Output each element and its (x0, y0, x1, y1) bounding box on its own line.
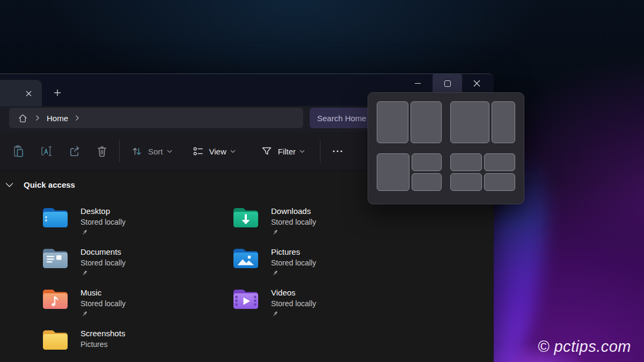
view-label: View (209, 147, 226, 156)
item-title: Pictures (271, 247, 316, 257)
item-subtitle: Stored locally (271, 299, 316, 308)
quick-access-item-videos[interactable]: Videos Stored locally (232, 287, 423, 328)
documents-folder-icon (42, 247, 70, 271)
quick-access-item-pictures[interactable]: Pictures Stored locally (232, 246, 423, 287)
plain-folder-icon (42, 329, 70, 352)
close-icon (473, 80, 480, 87)
quick-access-item-music[interactable]: Music Stored locally (42, 287, 232, 328)
paste-icon (11, 144, 25, 158)
snap-option-quad-grid[interactable] (450, 153, 515, 191)
share-icon (67, 144, 81, 158)
snap-option-two-columns-left-wide[interactable] (450, 101, 515, 143)
item-subtitle: Pictures (80, 339, 125, 349)
snap-zone[interactable] (484, 173, 516, 191)
minimize-button[interactable] (403, 74, 433, 93)
breadcrumb-chevron-icon[interactable] (75, 115, 79, 121)
filter-icon (260, 145, 273, 158)
pin-icon (272, 311, 279, 317)
item-subtitle: Stored locally (80, 299, 126, 308)
delete-icon (95, 144, 109, 158)
breadcrumb-home[interactable]: Home (47, 114, 68, 123)
tab-close-button[interactable] (22, 87, 35, 100)
section-title: Quick access (24, 180, 75, 189)
caption-buttons (403, 74, 492, 93)
pin-icon (81, 270, 88, 277)
snap-zone[interactable] (377, 101, 408, 143)
item-subtitle: Stored locally (271, 217, 316, 227)
breadcrumb-chevron-icon[interactable] (35, 115, 40, 121)
snap-zone[interactable] (484, 153, 516, 171)
collapse-chevron-icon[interactable] (5, 182, 13, 188)
home-icon (17, 113, 28, 124)
snap-option-two-columns-equal[interactable] (377, 101, 442, 143)
chevron-down-icon (230, 150, 236, 153)
snap-zone[interactable] (450, 101, 489, 143)
close-button[interactable] (462, 74, 492, 93)
paste-button[interactable] (6, 141, 30, 162)
watermark: © pctips.com (538, 338, 631, 356)
item-subtitle: Stored locally (271, 258, 316, 268)
quick-access-item-screenshots[interactable]: Screenshots Pictures (42, 328, 232, 362)
item-title: Desktop (80, 206, 126, 216)
rename-button[interactable] (34, 141, 58, 162)
quick-access-item-documents[interactable]: Documents Stored locally (42, 246, 232, 287)
item-title: Documents (80, 247, 126, 257)
pin-icon (81, 229, 88, 236)
sort-label: Sort (148, 147, 163, 156)
toolbar-separator (320, 140, 320, 162)
item-subtitle: Stored locally (80, 258, 126, 268)
quick-access-item-desktop[interactable]: Desktop Stored locally (42, 205, 232, 246)
minimize-icon (415, 83, 421, 84)
item-title: Music (80, 287, 126, 298)
item-title: Screenshots (80, 328, 125, 338)
see-more-button[interactable] (326, 141, 349, 162)
item-title: Downloads (271, 206, 316, 216)
chevron-down-icon (167, 150, 172, 153)
snap-zone[interactable] (450, 153, 482, 171)
toolbar-separator (119, 140, 120, 162)
pin-icon (272, 270, 279, 277)
videos-folder-icon (232, 288, 260, 312)
chevron-down-icon (299, 150, 305, 153)
snap-zone[interactable] (377, 153, 409, 191)
music-folder-icon (42, 288, 70, 312)
ellipsis-icon (331, 145, 344, 158)
pin-icon (81, 311, 88, 317)
snap-zone[interactable] (412, 153, 442, 171)
item-title: Videos (271, 287, 316, 298)
sort-icon (130, 145, 143, 158)
view-button[interactable]: View (186, 141, 241, 162)
downloads-folder-icon (232, 206, 260, 230)
desktop-folder-icon (42, 206, 70, 230)
filter-label: Filter (278, 147, 296, 156)
delete-button[interactable] (90, 141, 114, 162)
item-subtitle: Stored locally (80, 217, 126, 227)
snap-zone[interactable] (492, 101, 515, 143)
snap-option-left-column-right-stacked[interactable] (377, 153, 442, 191)
snap-zone[interactable] (411, 101, 442, 143)
maximize-button[interactable] (433, 74, 462, 93)
share-button[interactable] (62, 141, 86, 162)
explorer-tab[interactable] (0, 80, 42, 106)
view-icon (192, 145, 204, 158)
snap-zone[interactable] (412, 173, 442, 191)
quick-access-item-downloads[interactable]: Downloads Stored locally (232, 205, 423, 246)
sort-button[interactable]: Sort (125, 141, 178, 162)
home-breadcrumb-button[interactable] (17, 113, 28, 124)
maximize-icon (444, 80, 451, 87)
quick-access-grid: Desktop Stored locally (42, 205, 423, 362)
address-bar[interactable]: Home (9, 108, 303, 128)
pictures-folder-icon (232, 247, 260, 271)
pin-icon (272, 229, 279, 236)
filter-button[interactable]: Filter (255, 141, 310, 162)
rename-icon (39, 144, 53, 158)
snap-zone[interactable] (450, 173, 482, 191)
new-tab-button[interactable] (50, 85, 65, 100)
snap-layouts-flyout (368, 92, 524, 204)
